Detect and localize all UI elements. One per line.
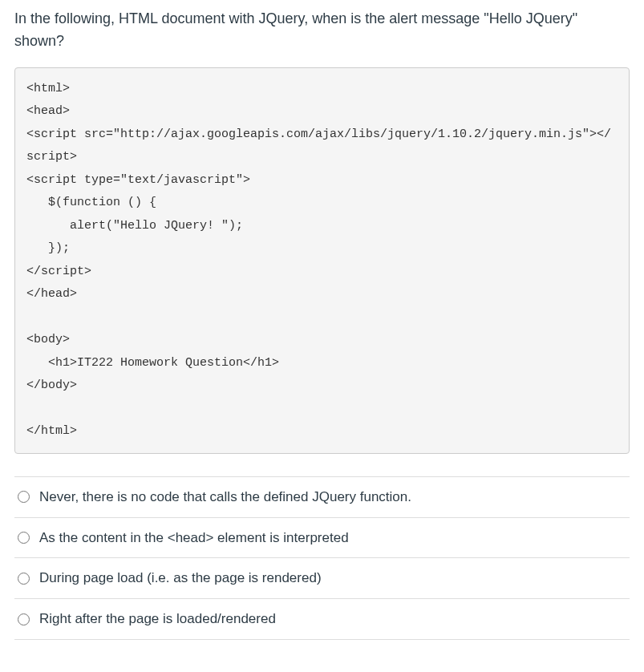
answers-list: Never, there is no code that calls the d… — [14, 476, 630, 640]
answer-option[interactable]: During page load (i.e. as the page is re… — [14, 558, 630, 599]
answer-option[interactable]: Right after the page is loaded/rendered — [14, 599, 630, 640]
radio-input[interactable] — [18, 613, 30, 625]
answer-option[interactable]: As the content in the <head> element is … — [14, 518, 630, 559]
radio-input[interactable] — [18, 532, 30, 544]
answer-label: Never, there is no code that calls the d… — [39, 488, 411, 507]
answer-label: During page load (i.e. as the page is re… — [39, 569, 322, 588]
radio-input[interactable] — [18, 573, 30, 585]
radio-input[interactable] — [18, 491, 30, 503]
answer-label: As the content in the <head> element is … — [39, 528, 349, 548]
question-text: In the following, HTML document with JQu… — [14, 8, 630, 53]
answer-label: Right after the page is loaded/rendered — [39, 609, 276, 629]
answer-option[interactable]: Never, there is no code that calls the d… — [14, 477, 630, 518]
code-block: <html> <head> <script src="http://ajax.g… — [14, 67, 630, 454]
